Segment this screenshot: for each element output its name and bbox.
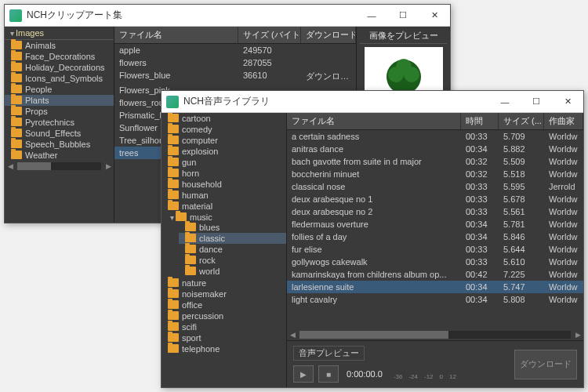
tree-item[interactable]: human bbox=[162, 190, 286, 201]
tree-item[interactable]: cartoon bbox=[162, 113, 286, 124]
minimize-button[interactable]: — bbox=[356, 5, 387, 27]
file-row[interactable]: fur elise00:335.644Worldw bbox=[287, 243, 583, 256]
close-button[interactable]: ✕ bbox=[419, 5, 450, 27]
tree-item[interactable]: dance bbox=[179, 244, 286, 255]
file-row[interactable]: Flowers_blue36610ダウンロード... bbox=[114, 69, 356, 84]
file-row[interactable]: anitras dance00:345.882Worldw bbox=[287, 143, 583, 155]
col-filename[interactable]: ファイル名 bbox=[287, 113, 461, 129]
folder-icon bbox=[168, 136, 179, 144]
maximize-button[interactable]: ☐ bbox=[521, 91, 552, 113]
folder-tree[interactable]: ▾Images AnimalsFace_DecorationsHoliday_D… bbox=[5, 27, 114, 223]
file-row[interactable]: fledermaus overture00:345.781Worldw bbox=[287, 218, 583, 230]
audio-preview-pane: 音声プレビュー ▶ ■ 0:00:00.0 -36-24-12012 ダウンロー… bbox=[287, 340, 583, 387]
col-download[interactable]: ダウンロード... bbox=[301, 27, 356, 43]
tree-item[interactable]: Sound_Effects bbox=[5, 128, 114, 139]
file-row[interactable]: deux arabesque no 200:335.561Worldw bbox=[287, 205, 583, 218]
col-size[interactable]: サイズ (... bbox=[499, 113, 544, 129]
tree-item[interactable]: comedy bbox=[162, 124, 286, 135]
play-button[interactable]: ▶ bbox=[293, 365, 314, 383]
titlebar[interactable]: NCHクリップアート集 — ☐ ✕ bbox=[5, 5, 450, 27]
preview-header: 画像をプレビュー bbox=[360, 30, 447, 44]
tree-item[interactable]: rock bbox=[179, 255, 286, 266]
tree-item[interactable]: Plants bbox=[5, 95, 114, 106]
download-button[interactable]: ダウンロード bbox=[514, 350, 577, 379]
tree-item[interactable]: Icons_and_Symbols bbox=[5, 73, 114, 84]
col-time[interactable]: 時間 bbox=[461, 113, 499, 129]
tree-item[interactable]: explosion bbox=[162, 146, 286, 157]
folder-icon bbox=[185, 267, 196, 275]
tree-item[interactable]: Pyrotechnics bbox=[5, 117, 114, 128]
file-row[interactable]: a certain sadness00:335.709Worldw bbox=[287, 130, 583, 143]
file-row[interactable]: bach gavotte from suite in d major00:325… bbox=[287, 155, 583, 168]
folder-icon bbox=[168, 201, 179, 210]
file-row[interactable]: light cavalry00:345.808Worldw bbox=[287, 293, 583, 306]
folder-icon bbox=[168, 191, 179, 199]
col-composer[interactable]: 作曲家 bbox=[544, 113, 583, 129]
window-title: NCH音声ライブラリ bbox=[183, 95, 489, 108]
tree-hscroll[interactable]: ◀▶ bbox=[5, 161, 114, 172]
file-row[interactable]: larlesienne suite00:345.747Worldw bbox=[287, 281, 583, 293]
file-row[interactable]: kamarinskaya from childrens album op...0… bbox=[287, 268, 583, 281]
folder-tree[interactable]: cartooncomedycomputerexplosiongunhornhou… bbox=[162, 113, 287, 387]
titlebar[interactable]: NCH音声ライブラリ — ☐ ✕ bbox=[162, 91, 583, 113]
file-row[interactable]: deux arabesque no 100:335.678Worldw bbox=[287, 193, 583, 205]
tree-item[interactable]: Animals bbox=[5, 40, 114, 51]
tree-item[interactable]: horn bbox=[162, 168, 286, 179]
tree-item[interactable]: world bbox=[179, 266, 286, 277]
file-list-header[interactable]: ファイル名 サイズ (バイト) ダウンロード... bbox=[114, 27, 356, 44]
tree-item[interactable]: office bbox=[162, 299, 286, 310]
folder-icon bbox=[168, 289, 179, 298]
maximize-button[interactable]: ☐ bbox=[387, 5, 419, 27]
close-button[interactable]: ✕ bbox=[552, 91, 583, 113]
tree-item[interactable]: scifi bbox=[162, 321, 286, 332]
audio-library-window: NCH音声ライブラリ — ☐ ✕ cartooncomedycomputerex… bbox=[161, 90, 584, 388]
tree-item[interactable]: Face_Decorations bbox=[5, 51, 114, 62]
tree-item[interactable]: noisemaker bbox=[162, 289, 286, 299]
tree-item[interactable]: percussion bbox=[162, 310, 286, 321]
folder-icon bbox=[168, 311, 179, 320]
folder-icon bbox=[185, 256, 196, 264]
playback-time: 0:00:00.0 bbox=[347, 369, 383, 379]
stop-button[interactable]: ■ bbox=[318, 365, 339, 383]
folder-icon bbox=[176, 212, 187, 221]
tree-root-label[interactable]: Images bbox=[16, 28, 44, 38]
level-meter: -36-24-12012 bbox=[387, 368, 506, 380]
tree-item[interactable]: computer bbox=[162, 135, 286, 146]
file-row[interactable]: classical nose00:335.595Jerrold bbox=[287, 180, 583, 193]
folder-icon bbox=[11, 107, 22, 115]
tree-item[interactable]: Weather bbox=[5, 150, 114, 161]
tree-item[interactable]: nature bbox=[162, 278, 286, 289]
folder-icon bbox=[168, 344, 179, 353]
tree-item[interactable]: People bbox=[5, 84, 114, 95]
folder-icon bbox=[11, 52, 22, 60]
tree-item[interactable]: classic bbox=[179, 233, 286, 244]
folder-icon bbox=[11, 118, 22, 126]
tree-item[interactable]: Props bbox=[5, 106, 114, 117]
filelist-hscroll[interactable]: ◀▶ bbox=[287, 329, 583, 340]
col-size[interactable]: サイズ (バイト) bbox=[238, 27, 301, 43]
file-list-header[interactable]: ファイル名 時間 サイズ (... 作曲家 bbox=[287, 113, 583, 130]
folder-icon bbox=[11, 41, 22, 49]
file-row[interactable]: boccherini minuet00:325.518Worldw bbox=[287, 168, 583, 180]
tree-item[interactable]: Speech_Bubbles bbox=[5, 139, 114, 150]
folder-icon bbox=[168, 180, 179, 188]
audio-preview-label: 音声プレビュー bbox=[293, 346, 365, 361]
file-row[interactable]: gollywogs cakewalk00:335.610Worldw bbox=[287, 256, 583, 268]
file-row[interactable]: follies of a day00:345.846Worldw bbox=[287, 230, 583, 243]
minimize-button[interactable]: — bbox=[489, 91, 521, 113]
tree-item[interactable]: sport bbox=[162, 332, 286, 343]
file-row[interactable]: apple249570 bbox=[114, 44, 356, 56]
folder-icon bbox=[11, 151, 22, 159]
col-filename[interactable]: ファイル名 bbox=[114, 27, 238, 43]
tree-item[interactable]: gun bbox=[162, 157, 286, 168]
file-row[interactable]: flowers287055 bbox=[114, 56, 356, 69]
tree-item[interactable]: material bbox=[162, 201, 286, 212]
tree-item[interactable]: blues bbox=[179, 222, 286, 233]
tree-item[interactable]: household bbox=[162, 179, 286, 190]
tree-item[interactable]: telephone bbox=[162, 343, 286, 354]
folder-icon bbox=[185, 223, 196, 231]
tree-item-music[interactable]: ▾music bluesclassicdancerockworld bbox=[162, 212, 286, 278]
folder-icon bbox=[168, 125, 179, 133]
folder-icon bbox=[11, 74, 22, 82]
tree-item[interactable]: Holiday_Decorations bbox=[5, 62, 114, 73]
